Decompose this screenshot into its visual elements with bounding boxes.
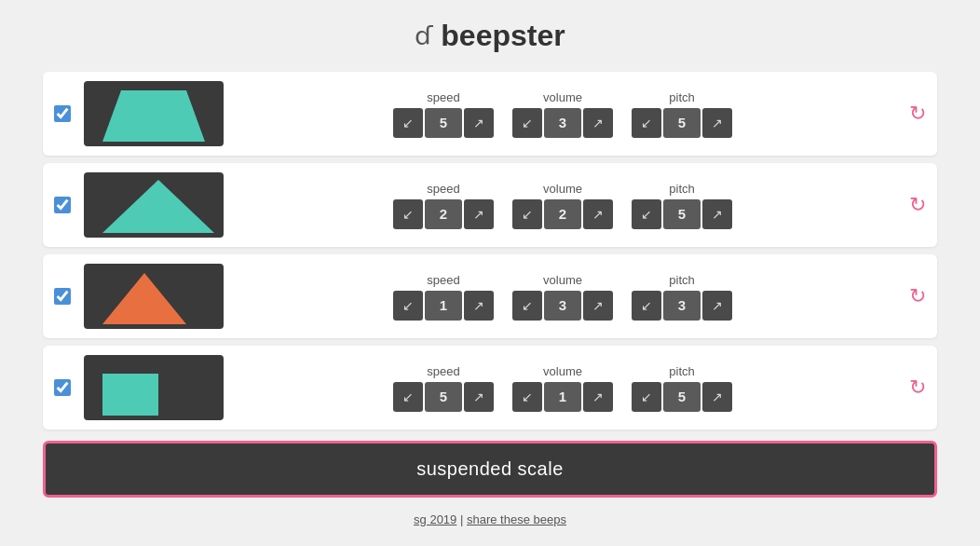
- pitch-inc-1[interactable]: ↗: [702, 108, 732, 138]
- speed-spinner-3: ↙ 1 ↗: [393, 291, 494, 321]
- speed-control-2: speed ↙ 2 ↗: [393, 182, 494, 229]
- app-header: ɗ beepster: [415, 19, 565, 53]
- pitch-dec-1[interactable]: ↙: [632, 108, 661, 138]
- speed-spinner-4: ↙ 5 ↗: [393, 382, 494, 412]
- pitch-spinner-4: ↙ 5 ↗: [632, 382, 732, 412]
- volume-label-3: volume: [543, 273, 582, 287]
- volume-dec-1[interactable]: ↙: [512, 108, 542, 138]
- beep-checkbox-1[interactable]: [54, 105, 71, 122]
- volume-spinner-4: ↙ 1 ↗: [512, 382, 613, 412]
- volume-label-4: volume: [543, 364, 582, 378]
- pitch-inc-2[interactable]: ↗: [702, 199, 732, 229]
- speed-dec-1[interactable]: ↙: [393, 108, 423, 138]
- speed-dec-2[interactable]: ↙: [393, 199, 423, 229]
- pitch-control-1: pitch ↙ 5 ↗: [632, 90, 732, 138]
- pitch-dec-4[interactable]: ↙: [632, 382, 661, 412]
- app-logo: ɗ: [415, 20, 433, 51]
- beep-waveform-2: [84, 172, 224, 238]
- volume-control-2: volume ↙ 2 ↗: [512, 182, 613, 229]
- volume-inc-4[interactable]: ↗: [583, 382, 613, 412]
- volume-value-3: 3: [544, 291, 581, 321]
- pitch-label-3: pitch: [669, 273, 694, 287]
- speed-value-2: 2: [425, 199, 462, 229]
- svg-marker-0: [102, 90, 205, 142]
- speed-value-4: 5: [425, 382, 462, 412]
- volume-value-4: 1: [544, 382, 581, 412]
- refresh-btn-3[interactable]: ↻: [909, 284, 926, 308]
- speed-inc-2[interactable]: ↗: [464, 199, 494, 229]
- app-title: beepster: [441, 19, 565, 53]
- volume-dec-3[interactable]: ↙: [512, 291, 542, 321]
- speed-label-1: speed: [427, 90, 459, 104]
- pitch-value-2: 5: [663, 199, 701, 229]
- play-button-container: suspended scale: [43, 441, 937, 498]
- svg-marker-3: [102, 374, 158, 416]
- volume-control-1: volume ↙ 3 ↗: [512, 90, 613, 138]
- beep-rows: speed ↙ 5 ↗ volume ↙ 3 ↗ pitch ↙: [43, 72, 937, 430]
- speed-inc-1[interactable]: ↗: [464, 108, 494, 138]
- speed-label-3: speed: [427, 273, 459, 287]
- speed-dec-3[interactable]: ↙: [393, 291, 423, 321]
- refresh-btn-1[interactable]: ↻: [909, 102, 926, 126]
- volume-value-1: 3: [544, 108, 581, 138]
- beep-row-4: speed ↙ 5 ↗ volume ↙ 1 ↗ pitch ↙: [43, 346, 937, 430]
- volume-spinner-3: ↙ 3 ↗: [512, 291, 613, 321]
- svg-marker-2: [102, 273, 186, 324]
- beep-row-1: speed ↙ 5 ↗ volume ↙ 3 ↗ pitch ↙: [43, 72, 937, 156]
- footer: sg 2019 | share these beeps: [414, 512, 566, 526]
- pitch-value-4: 5: [663, 382, 701, 412]
- volume-dec-4[interactable]: ↙: [512, 382, 542, 412]
- beep-checkbox-3[interactable]: [54, 288, 71, 305]
- pitch-label-4: pitch: [669, 364, 694, 378]
- controls-group-4: speed ↙ 5 ↗ volume ↙ 1 ↗ pitch ↙: [237, 364, 889, 412]
- beep-waveform-1: [84, 81, 224, 146]
- volume-inc-1[interactable]: ↗: [583, 108, 613, 138]
- volume-spinner-2: ↙ 2 ↗: [512, 199, 613, 229]
- beep-checkbox-4[interactable]: [54, 379, 71, 396]
- pitch-value-1: 5: [663, 108, 701, 138]
- pitch-control-4: pitch ↙ 5 ↗: [632, 364, 732, 412]
- volume-control-4: volume ↙ 1 ↗: [512, 364, 613, 412]
- volume-dec-2[interactable]: ↙: [512, 199, 542, 229]
- pitch-control-2: pitch ↙ 5 ↗: [632, 182, 732, 229]
- share-link[interactable]: share these beeps: [467, 512, 566, 526]
- beep-checkbox-2[interactable]: [54, 197, 71, 213]
- pitch-label-1: pitch: [669, 90, 694, 104]
- refresh-btn-2[interactable]: ↻: [909, 193, 926, 217]
- refresh-btn-4[interactable]: ↻: [909, 375, 926, 400]
- beep-waveform-3: [84, 264, 224, 329]
- credits-link[interactable]: sg 2019: [414, 512, 456, 526]
- pitch-spinner-2: ↙ 5 ↗: [632, 199, 732, 229]
- volume-inc-2[interactable]: ↗: [583, 199, 613, 229]
- footer-separator: |: [460, 512, 463, 526]
- volume-label-1: volume: [543, 90, 582, 104]
- volume-control-3: volume ↙ 3 ↗: [512, 273, 613, 321]
- beep-row-3: speed ↙ 1 ↗ volume ↙ 3 ↗ pitch ↙: [43, 254, 937, 338]
- volume-inc-3[interactable]: ↗: [583, 291, 613, 321]
- pitch-spinner-3: ↙ 3 ↗: [632, 291, 732, 321]
- pitch-dec-2[interactable]: ↙: [632, 199, 661, 229]
- speed-label-4: speed: [427, 364, 459, 378]
- speed-control-1: speed ↙ 5 ↗: [393, 90, 494, 138]
- speed-inc-4[interactable]: ↗: [464, 382, 494, 412]
- pitch-dec-3[interactable]: ↙: [632, 291, 661, 321]
- pitch-inc-3[interactable]: ↗: [702, 291, 732, 321]
- speed-value-3: 1: [425, 291, 462, 321]
- speed-spinner-1: ↙ 5 ↗: [393, 108, 494, 138]
- speed-label-2: speed: [427, 182, 459, 196]
- pitch-value-3: 3: [663, 291, 701, 321]
- speed-control-3: speed ↙ 1 ↗: [393, 273, 494, 321]
- pitch-spinner-1: ↙ 5 ↗: [632, 108, 732, 138]
- svg-marker-1: [102, 180, 214, 233]
- pitch-control-3: pitch ↙ 3 ↗: [632, 273, 732, 321]
- controls-group-2: speed ↙ 2 ↗ volume ↙ 2 ↗ pitch ↙: [237, 182, 889, 229]
- speed-value-1: 5: [425, 108, 462, 138]
- speed-dec-4[interactable]: ↙: [393, 382, 423, 412]
- controls-group-1: speed ↙ 5 ↗ volume ↙ 3 ↗ pitch ↙: [237, 90, 889, 138]
- pitch-label-2: pitch: [669, 182, 694, 196]
- beep-row-2: speed ↙ 2 ↗ volume ↙ 2 ↗ pitch ↙: [43, 163, 937, 247]
- pitch-inc-4[interactable]: ↗: [702, 382, 732, 412]
- play-button[interactable]: suspended scale: [43, 441, 937, 498]
- speed-inc-3[interactable]: ↗: [464, 291, 494, 321]
- speed-spinner-2: ↙ 2 ↗: [393, 199, 494, 229]
